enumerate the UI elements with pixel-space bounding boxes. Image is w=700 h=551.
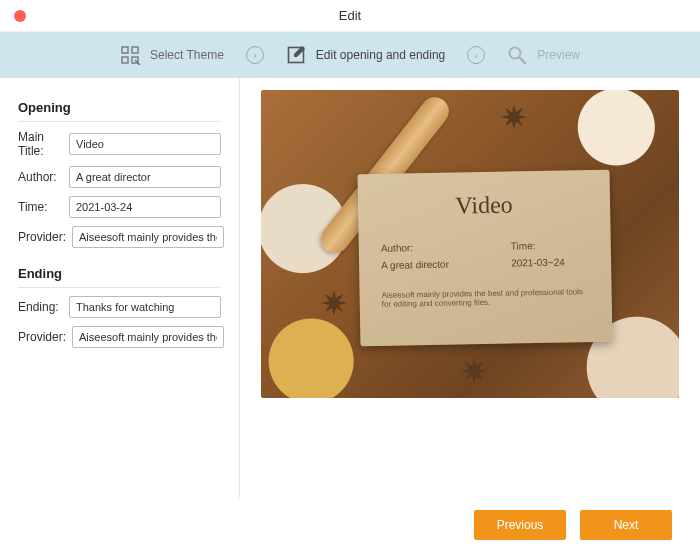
content-area: Opening Main Title: Author: Time: Provid…: [0, 78, 700, 498]
input-main-title[interactable]: [69, 133, 221, 155]
star-anise-decor: [461, 358, 487, 384]
preview-time-value: 2021-03~24: [511, 257, 565, 269]
search-icon: [507, 45, 527, 65]
preview-footer-text: Aiseesoft mainly provides the best and p…: [382, 287, 590, 309]
field-time: Time:: [18, 196, 221, 218]
window-title: Edit: [0, 8, 700, 23]
theme-grid-icon: [120, 45, 140, 65]
step-preview[interactable]: Preview: [507, 45, 580, 65]
field-ending: Ending:: [18, 296, 221, 318]
preview-frame: Video Author: Time: A great director 202…: [261, 90, 679, 398]
svg-line-6: [520, 58, 526, 64]
input-provider-ending[interactable]: [72, 326, 224, 348]
label-provider: Provider:: [18, 330, 66, 344]
label-main-title: Main Title:: [18, 130, 63, 158]
label-ending: Ending:: [18, 300, 63, 314]
edit-icon: [286, 45, 306, 65]
preview-pane: Video Author: Time: A great director 202…: [240, 78, 700, 498]
star-anise-decor: [501, 104, 527, 130]
stepper-bar: Select Theme › Edit opening and ending ›…: [0, 32, 700, 78]
chevron-right-icon: ›: [467, 46, 485, 64]
previous-button[interactable]: Previous: [474, 510, 566, 540]
label-time: Time:: [18, 200, 63, 214]
step-select-theme[interactable]: Select Theme: [120, 45, 224, 65]
footer-bar: Previous Next: [0, 498, 700, 551]
step-edit-opening-ending[interactable]: Edit opening and ending: [286, 45, 445, 65]
sidebar-form: Opening Main Title: Author: Time: Provid…: [0, 78, 240, 498]
preview-author-label: Author:: [381, 241, 511, 254]
svg-rect-0: [122, 47, 128, 53]
label-provider: Provider:: [18, 230, 66, 244]
preview-time-label: Time:: [511, 240, 536, 251]
field-main-title: Main Title:: [18, 130, 221, 158]
chevron-right-icon: ›: [246, 46, 264, 64]
close-icon[interactable]: [14, 10, 26, 22]
star-anise-decor: [321, 290, 347, 316]
field-provider-ending: Provider:: [18, 326, 221, 348]
ending-heading: Ending: [18, 258, 221, 288]
input-author[interactable]: [69, 166, 221, 188]
step-label: Preview: [537, 48, 580, 62]
step-label: Select Theme: [150, 48, 224, 62]
field-author: Author:: [18, 166, 221, 188]
svg-rect-1: [132, 47, 138, 53]
field-provider-opening: Provider:: [18, 226, 221, 248]
opening-heading: Opening: [18, 92, 221, 122]
svg-rect-2: [122, 57, 128, 63]
input-provider-opening[interactable]: [72, 226, 224, 248]
next-button[interactable]: Next: [580, 510, 672, 540]
step-label: Edit opening and ending: [316, 48, 445, 62]
preview-author-value: A great director: [381, 258, 511, 271]
titlebar: Edit: [0, 0, 700, 32]
input-time[interactable]: [69, 196, 221, 218]
preview-title: Video: [380, 190, 588, 221]
label-author: Author:: [18, 170, 63, 184]
input-ending[interactable]: [69, 296, 221, 318]
preview-card: Video Author: Time: A great director 202…: [358, 170, 613, 346]
